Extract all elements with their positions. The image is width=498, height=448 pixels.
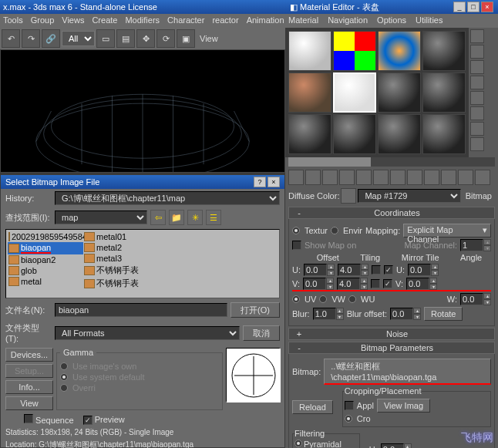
menu-group[interactable]: Group	[31, 15, 55, 26]
uv-radio[interactable]	[292, 295, 300, 303]
up-button[interactable]: 📁	[169, 210, 184, 225]
v-offset-spinner[interactable]: ▴▾	[303, 278, 334, 290]
close-button[interactable]: ×	[481, 2, 493, 12]
mapchannel-spinner[interactable]: ▴▾	[460, 239, 491, 251]
back-button[interactable]: ⇦	[150, 210, 166, 225]
sample-slot-2[interactable]	[333, 31, 376, 71]
preview-check[interactable]: ✓ Preview	[83, 415, 125, 425]
help-button[interactable]: ?	[254, 177, 266, 187]
menu-character[interactable]: Character	[167, 15, 204, 26]
sample-type-button[interactable]	[470, 29, 484, 43]
sample-slot-11[interactable]	[378, 114, 421, 154]
crop-radio[interactable]	[345, 415, 352, 423]
coordinates-header[interactable]: -Coordinates	[288, 207, 495, 219]
pyramidal-radio[interactable]	[294, 440, 302, 447]
put-library-button[interactable]	[390, 170, 405, 185]
v-tile-check[interactable]: ✓	[383, 279, 392, 288]
sample-scrollbar[interactable]	[288, 157, 495, 167]
menu-navigation[interactable]: Navigation	[328, 15, 368, 26]
devices-button[interactable]: Devices...	[5, 348, 53, 362]
blur-spinner[interactable]: ▴▾	[313, 308, 344, 320]
v-mirror-check[interactable]	[371, 279, 380, 288]
history-dropdown[interactable]: G:\博\螺丝和图框\chapter11\map	[55, 191, 280, 205]
select-name-button[interactable]: ▤	[116, 29, 135, 48]
file-item[interactable]: 不锈钢手表	[83, 277, 159, 290]
file-list[interactable]: 20029198595495841 biaopan biaopan2 glob …	[5, 229, 280, 298]
map-name-field[interactable]: Map #1729	[358, 189, 460, 203]
v-tiling-spinner[interactable]: ▴▾	[337, 278, 368, 290]
u-mirror-check[interactable]	[372, 265, 381, 275]
noise-header[interactable]: +Noise	[288, 328, 495, 340]
lookin-dropdown[interactable]: map	[55, 211, 147, 224]
sample-uv-button[interactable]	[470, 76, 484, 89]
envir-radio[interactable]	[331, 227, 338, 234]
setup-button[interactable]: Setup...	[5, 364, 53, 378]
assign-button[interactable]	[322, 170, 338, 185]
menu-utilities[interactable]: Utilities	[416, 15, 442, 26]
gamma-own-radio[interactable]	[60, 362, 68, 370]
sample-slot-10[interactable]	[333, 114, 376, 154]
bitmap-path-button[interactable]: ..\螺丝和图框\chapter11\map\biaopan.tga	[324, 359, 491, 385]
get-material-button[interactable]	[288, 170, 304, 185]
file-item[interactable]: 20029198595495841	[8, 231, 83, 242]
selection-filter[interactable]: All	[62, 31, 95, 46]
effects-channel-button[interactable]	[407, 170, 422, 185]
v-angle-spinner[interactable]: ▴▾	[406, 278, 437, 290]
sample-slot-3[interactable]	[378, 31, 421, 71]
file-item[interactable]: metal3	[83, 253, 159, 264]
menu-reactor[interactable]: reactor	[212, 15, 238, 26]
vw-radio[interactable]	[319, 295, 327, 303]
options-button[interactable]	[470, 122, 484, 136]
move-button[interactable]: ✥	[136, 29, 155, 48]
background-button[interactable]	[470, 60, 484, 74]
bitmap-params-header[interactable]: -Bitmap Parameters	[288, 342, 495, 354]
close-button[interactable]: ×	[268, 177, 280, 187]
file-item[interactable]: metal01	[83, 231, 159, 242]
video-check-button[interactable]	[470, 91, 484, 105]
filename-input[interactable]	[55, 303, 227, 317]
file-item-selected[interactable]: biaopan	[8, 242, 83, 254]
make-copy-button[interactable]	[356, 170, 372, 185]
pick-button[interactable]	[341, 188, 356, 204]
sample-slot-active[interactable]	[333, 72, 376, 113]
gamma-override-radio[interactable]	[60, 384, 68, 392]
crop-u-spinner[interactable]: ▴▾	[381, 443, 412, 449]
show-map-button[interactable]	[424, 170, 439, 185]
menu-animation[interactable]: Animation	[247, 15, 284, 26]
menu-views[interactable]: Views	[62, 15, 84, 26]
go-parent-button[interactable]	[458, 170, 473, 185]
show-end-button[interactable]	[441, 170, 456, 185]
sample-slot-1[interactable]	[288, 31, 331, 71]
go-sibling-button[interactable]	[475, 170, 490, 185]
view-button[interactable]: View	[5, 396, 53, 410]
minimize-button[interactable]: _	[453, 2, 466, 12]
viewimage-button[interactable]: View Imag	[377, 399, 430, 413]
sample-slot-7[interactable]	[378, 72, 421, 113]
apply-check[interactable]	[345, 401, 354, 410]
select-by-mat-button[interactable]	[470, 137, 484, 151]
filetype-dropdown[interactable]: All Formats	[55, 326, 240, 340]
info-button[interactable]: Info...	[5, 380, 53, 394]
w-angle-spinner[interactable]: ▴▾	[460, 293, 491, 305]
u-tile-check[interactable]: ✓	[384, 265, 393, 275]
showmap-check[interactable]	[292, 241, 301, 250]
reset-button[interactable]	[339, 170, 355, 185]
u-offset-spinner[interactable]: ▴▾	[304, 264, 335, 276]
put-to-scene-button[interactable]	[305, 170, 321, 185]
u-tiling-spinner[interactable]: ▴▾	[338, 264, 368, 276]
texture-radio[interactable]	[292, 227, 300, 234]
cancel-button[interactable]: 取消	[243, 325, 280, 341]
sample-slot-9[interactable]	[288, 114, 331, 154]
sequence-check[interactable]: Sequence	[24, 414, 74, 425]
rotate-button[interactable]: ⟳	[156, 29, 175, 48]
wu-radio[interactable]	[348, 295, 356, 303]
file-item[interactable]: 不锈钢手表	[83, 264, 159, 277]
backlight-button[interactable]	[470, 45, 484, 59]
open-button[interactable]: 打开(O)	[230, 302, 280, 318]
u-angle-spinner[interactable]: ▴▾	[408, 264, 439, 276]
menu-create[interactable]: Create	[92, 15, 117, 26]
gamma-sys-radio[interactable]	[60, 373, 68, 381]
scale-button[interactable]: ▣	[177, 29, 195, 48]
menu-tools[interactable]: Tools	[3, 15, 23, 26]
menu-material[interactable]: Material	[288, 15, 318, 26]
